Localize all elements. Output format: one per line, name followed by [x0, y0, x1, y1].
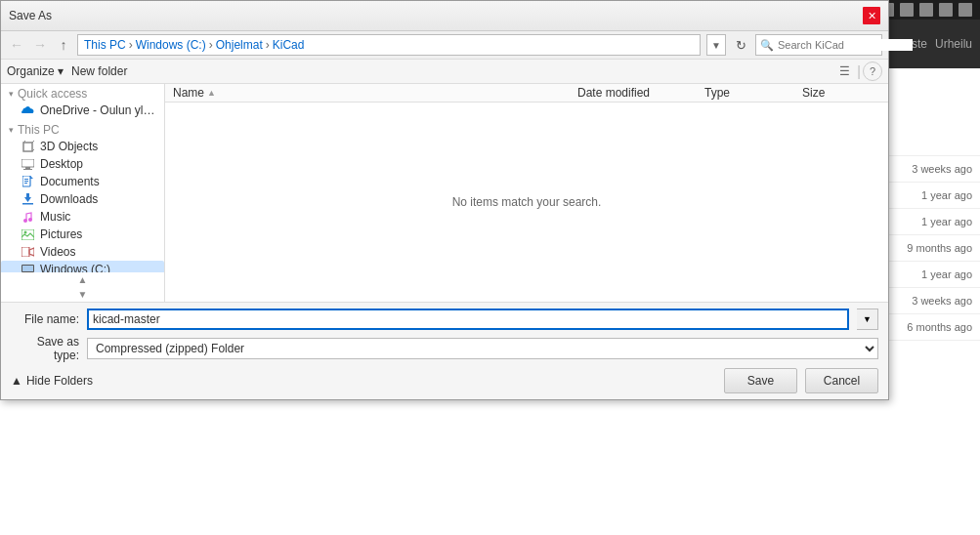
view-divider: |	[857, 63, 861, 79]
help-button[interactable]: ?	[863, 62, 882, 81]
sidebar-item-downloads[interactable]: Downloads	[1, 190, 164, 208]
col-size-header[interactable]: Size	[802, 86, 880, 100]
col-name-sort-icon: ▲	[207, 88, 216, 98]
videos-icon	[21, 245, 34, 259]
savetype-select[interactable]: Compressed (zipped) Folder	[87, 338, 878, 359]
back-button[interactable]: ←	[7, 35, 26, 55]
breadcrumb-sep3: ›	[266, 38, 270, 52]
organize-button[interactable]: Organize ▾	[7, 64, 64, 78]
svg-rect-8	[24, 179, 28, 180]
filename-label: File name:	[11, 312, 79, 326]
view-options: ☰ | ?	[833, 62, 882, 81]
up-button[interactable]: ↑	[54, 35, 73, 55]
svg-rect-0	[23, 143, 32, 151]
sidebar-item-windows-c[interactable]: Windows (C:)	[1, 261, 164, 272]
windows-drive-icon	[21, 263, 34, 272]
breadcrumb-dropdown-button[interactable]: ▼	[706, 34, 726, 56]
save-button[interactable]: Save	[724, 368, 797, 393]
cancel-button[interactable]: Cancel	[805, 368, 878, 393]
music-label: Music	[40, 210, 70, 224]
forward-button[interactable]: →	[30, 35, 50, 55]
refresh-button[interactable]: ↻	[730, 34, 751, 56]
svg-point-14	[23, 219, 27, 223]
dialog-buttons-row: ▲ Hide Folders Save Cancel	[11, 368, 878, 393]
svg-marker-13	[24, 193, 31, 202]
sidebar: ▾ Quick access OneDrive - Oulun yliopist…	[1, 84, 164, 272]
filename-row: File name: ▼	[11, 309, 878, 330]
svg-point-17	[23, 230, 26, 233]
view-icon-button[interactable]: ☰	[833, 62, 855, 81]
onedrive-label: OneDrive - Oulun yliopisto	[40, 103, 156, 117]
svg-marker-19	[29, 248, 34, 256]
col-date-header[interactable]: Date modified	[577, 86, 704, 100]
breadcrumb-windows[interactable]: Windows (C:)	[136, 38, 206, 52]
savetype-row: Save as type: Compressed (zipped) Folder	[11, 335, 878, 362]
save-as-dialog: Save As ✕ ← → ↑ This PC › Windows (C:) ›…	[0, 0, 889, 400]
dialog-body: ▾ Quick access OneDrive - Oulun yliopist…	[1, 84, 888, 302]
filename-dropdown-button[interactable]: ▼	[857, 309, 878, 330]
sidebar-item-onedrive[interactable]: OneDrive - Oulun yliopisto	[1, 102, 164, 119]
quick-access-section: ▾ Quick access	[1, 84, 164, 102]
pictures-icon	[21, 227, 34, 241]
desktop-label: Desktop	[40, 157, 83, 171]
documents-icon	[21, 175, 34, 188]
3dobjects-icon	[21, 140, 34, 153]
breadcrumb: This PC › Windows (C:) › Ohjelmat › KiCa…	[77, 34, 701, 56]
search-input[interactable]	[778, 39, 913, 51]
dialog-nav-toolbar: ← → ↑ This PC › Windows (C:) › Ohjelmat …	[1, 31, 888, 60]
documents-label: Documents	[40, 175, 100, 188]
organize-toolbar: Organize ▾ New folder ☰ | ?	[1, 60, 888, 84]
hide-folders-button[interactable]: ▲ Hide Folders	[11, 374, 93, 388]
breadcrumb-ohjelmat[interactable]: Ohjelmat	[216, 38, 263, 52]
dialog-title: Save As	[9, 9, 52, 22]
desktop-icon	[21, 157, 34, 171]
action-buttons: Save Cancel	[724, 368, 878, 393]
pictures-label: Pictures	[40, 227, 82, 241]
dialog-titlebar: Save As ✕	[1, 1, 888, 31]
sidebar-item-pictures[interactable]: Pictures	[1, 226, 164, 243]
this-pc-label: This PC	[18, 123, 60, 137]
hide-folders-label: Hide Folders	[26, 374, 93, 388]
sidebar-item-videos[interactable]: Videos	[1, 243, 164, 261]
hide-folders-arrow: ▲	[11, 374, 22, 388]
videos-label: Videos	[40, 245, 75, 259]
sidebar-item-documents[interactable]: Documents	[1, 173, 164, 190]
dialog-bottom: File name: ▼ Save as type: Compressed (z…	[1, 302, 888, 399]
sidebar-container: ▾ Quick access OneDrive - Oulun yliopist…	[1, 84, 165, 302]
svg-rect-6	[23, 169, 32, 170]
downloads-icon	[21, 192, 34, 206]
col-name-header[interactable]: Name ▲	[173, 86, 577, 100]
sidebar-item-desktop[interactable]: Desktop	[1, 155, 164, 173]
search-box: 🔍	[755, 34, 882, 56]
sidebar-scroll-down[interactable]: ▼	[1, 287, 164, 302]
svg-rect-5	[25, 167, 30, 169]
breadcrumb-this-pc[interactable]: This PC	[84, 38, 126, 52]
svg-rect-12	[22, 203, 33, 205]
search-icon: 🔍	[760, 39, 774, 52]
filename-input[interactable]	[87, 309, 849, 330]
column-headers: Name ▲ Date modified Type Size	[165, 84, 888, 103]
savetype-label: Save as type:	[11, 335, 79, 362]
svg-point-15	[28, 218, 32, 222]
this-pc-section: ▾ This PC	[1, 119, 164, 138]
breadcrumb-sep2: ›	[209, 38, 213, 52]
svg-line-2	[32, 141, 34, 143]
empty-message: No items match your search.	[165, 103, 888, 302]
sidebar-scroll-up[interactable]: ▲	[1, 272, 164, 287]
new-folder-button[interactable]: New folder	[71, 64, 127, 78]
windows-drive-label: Windows (C:)	[40, 263, 110, 272]
col-type-header[interactable]: Type	[704, 86, 802, 100]
svg-rect-4	[21, 159, 34, 167]
bg-urheilu-label: Urheilu	[935, 37, 972, 51]
music-icon	[21, 210, 34, 224]
sidebar-item-3dobjects[interactable]: 3D Objects	[1, 138, 164, 155]
onedrive-icon	[21, 103, 34, 117]
downloads-label: Downloads	[40, 192, 98, 206]
dialog-close-button[interactable]: ✕	[863, 7, 880, 24]
svg-rect-18	[21, 247, 29, 257]
quick-access-label: Quick access	[18, 87, 87, 101]
sidebar-item-music[interactable]: Music	[1, 208, 164, 226]
breadcrumb-sep1: ›	[129, 38, 133, 52]
breadcrumb-kicad[interactable]: KiCad	[273, 38, 305, 52]
main-content: Name ▲ Date modified Type Size No items …	[165, 84, 888, 302]
